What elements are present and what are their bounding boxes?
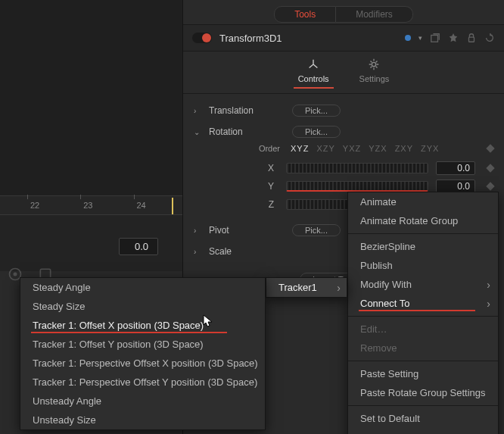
order-yxz[interactable]: YXZ (343, 144, 361, 153)
pick-button[interactable]: Pick... (292, 224, 341, 236)
node-title: Transform3D1 (219, 33, 397, 44)
tab-modifiers[interactable]: Modifiers (336, 6, 413, 23)
menu-separator (348, 405, 498, 406)
menu-set-group-default[interactable]: Set Rotate Group to Default (348, 428, 498, 434)
keyframe-diamond-icon[interactable] (486, 164, 494, 172)
menu-bezier[interactable]: BezierSpline (348, 237, 498, 256)
svg-rect-3 (431, 36, 438, 42)
menu-animate-group[interactable]: Animate Rotate Group (348, 211, 498, 230)
param-label: Scale (209, 246, 285, 257)
param-label: Translation (209, 105, 285, 116)
expand-icon[interactable]: › (194, 248, 201, 256)
x-value-input[interactable]: 0.0 (436, 161, 475, 175)
chevron-down-icon[interactable]: ▾ (418, 34, 422, 42)
subtab-label: Controls (298, 74, 329, 83)
axis-label: Y (210, 181, 278, 192)
subtab-settings[interactable]: Settings (359, 58, 390, 88)
reset-icon[interactable] (484, 33, 495, 43)
keyframe-diamond-icon[interactable] (486, 182, 494, 190)
submenu-tracker1[interactable]: Tracker1 (266, 278, 347, 297)
menu-set-default[interactable]: Set to Default (348, 409, 498, 428)
viewport[interactable] (0, 0, 182, 195)
param-translation: › Translation Pick... (194, 100, 493, 121)
lock-icon[interactable] (466, 33, 477, 43)
ruler-tick: 24 (137, 201, 146, 210)
order-yzx[interactable]: YZX (369, 144, 387, 153)
menu-separator (348, 316, 498, 317)
submenu-unsteady-size[interactable]: Unsteady Size (20, 411, 265, 429)
param-label: Pivot (209, 225, 285, 236)
pick-button[interactable]: Pick... (292, 105, 341, 117)
order-xzy[interactable]: XZY (316, 144, 334, 153)
svg-point-1 (14, 273, 16, 275)
ruler-tick: 23 (83, 201, 92, 210)
submenu-persp-offset-y[interactable]: Tracker 1: Perspective Offset Y position… (20, 373, 265, 392)
order-zyx[interactable]: ZYX (421, 144, 439, 153)
axis-x-row: X 0.0 (194, 159, 493, 177)
context-submenu-connect: Tracker1 (266, 277, 347, 298)
pin-icon[interactable] (448, 33, 459, 43)
inspector-tab-bar: Tools Modifiers (183, 0, 504, 24)
axis-label: X (210, 163, 278, 173)
submenu-steady-angle[interactable]: Steady Angle (20, 278, 265, 297)
menu-remove: Remove (348, 339, 498, 358)
param-label: Rotation (209, 126, 285, 137)
timeline-ruler[interactable]: 22 23 24 (0, 195, 182, 215)
menu-separator (348, 233, 498, 234)
rotation-order-row: Order XYZ XZY YXZ YZX ZXY ZYX (194, 142, 493, 159)
x-slider[interactable] (286, 163, 428, 173)
submenu-offset-x[interactable]: Tracker 1: Offset X position (3D Space) (20, 316, 265, 335)
svg-point-5 (372, 62, 376, 66)
context-submenu-tracker: Steady Angle Steady Size Tracker 1: Offs… (20, 277, 266, 430)
tab-tools[interactable]: Tools (274, 6, 336, 23)
menu-paste-setting[interactable]: Paste Setting (348, 364, 498, 383)
playhead[interactable] (172, 198, 173, 214)
y-slider[interactable] (286, 181, 428, 192)
order-xyz[interactable]: XYZ (291, 144, 309, 153)
gear-icon (367, 58, 381, 71)
node-enable-toggle[interactable] (192, 33, 212, 43)
ruler-tick: 22 (30, 201, 39, 210)
axes-icon (306, 58, 320, 71)
pick-button[interactable]: Pick... (292, 126, 341, 138)
order-zxy[interactable]: ZXY (395, 144, 413, 153)
submenu-offset-y[interactable]: Tracker 1: Offset Y position (3D Space) (20, 335, 265, 354)
order-label: Order (210, 144, 280, 153)
keyframe-diamond-icon[interactable] (486, 144, 494, 152)
subtab-bar: Controls Settings (183, 52, 504, 94)
menu-publish[interactable]: Publish (348, 256, 498, 275)
svg-rect-4 (469, 37, 474, 42)
submenu-steady-size[interactable]: Steady Size (20, 297, 265, 316)
expand-icon[interactable]: › (194, 226, 201, 235)
menu-edit: Edit… (348, 320, 498, 339)
timeline-value[interactable]: 0.0 (119, 238, 158, 255)
node-header: Transform3D1 ▾ (183, 24, 504, 52)
new-window-icon[interactable] (430, 33, 440, 43)
submenu-unsteady-angle[interactable]: Unsteady Angle (20, 392, 265, 411)
expand-icon[interactable]: › (194, 107, 201, 115)
menu-animate[interactable]: Animate (348, 192, 498, 211)
submenu-persp-offset-x[interactable]: Tracker 1: Perspective Offset X position… (20, 354, 265, 373)
menu-paste-group[interactable]: Paste Rotate Group Settings (348, 383, 498, 402)
menu-separator (348, 361, 498, 361)
timeline: 22 23 24 0.0 (0, 195, 182, 271)
version-dot-icon[interactable] (405, 35, 411, 41)
collapse-icon[interactable]: ⌄ (194, 128, 201, 136)
subtab-label: Settings (359, 74, 390, 83)
menu-connect-to[interactable]: Connect To (348, 294, 498, 313)
param-rotation: ⌄ Rotation Pick... (194, 121, 493, 142)
axis-label: Z (210, 199, 278, 210)
subtab-controls[interactable]: Controls (298, 58, 329, 88)
context-menu-main: Animate Animate Rotate Group BezierSplin… (347, 192, 499, 434)
menu-modify-with[interactable]: Modify With (348, 275, 498, 294)
